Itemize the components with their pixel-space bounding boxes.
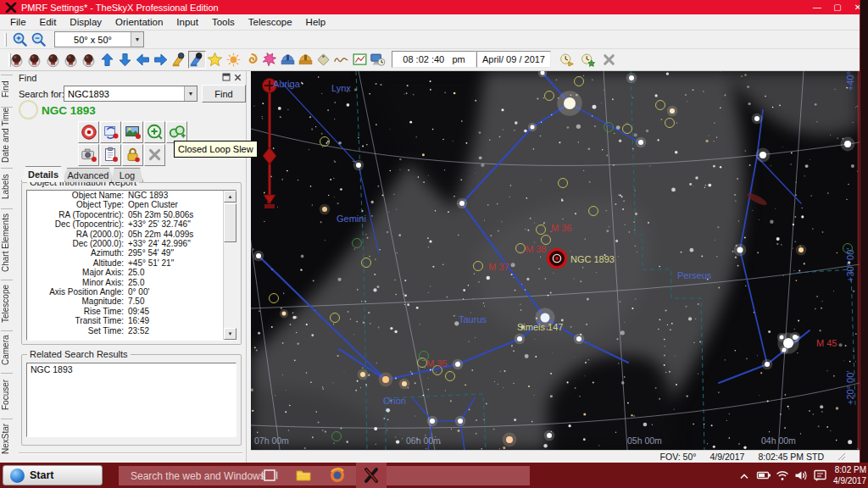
scrollbar-thumb[interactable] (224, 203, 236, 242)
scope-yellow-icon[interactable] (170, 51, 188, 69)
tab-advanced[interactable]: Advanced (62, 168, 114, 182)
swirl-icon[interactable] (242, 51, 260, 69)
squiggle-icon[interactable] (332, 51, 350, 69)
star-chart[interactable]: AurigaLynxGeminiPerseusTaurusOrionNGC 18… (251, 71, 860, 450)
taskbar-clock[interactable]: 8:02 PM 4/9/2017 (827, 464, 866, 486)
tag-icon[interactable] (314, 51, 332, 69)
menu-item-display[interactable]: Display (63, 15, 108, 29)
remove-button[interactable] (144, 144, 165, 166)
sidebar-tab-find[interactable]: Find (1, 75, 13, 103)
chevron-down-icon[interactable]: ▼ (131, 32, 143, 47)
zoom-out-button[interactable] (29, 31, 47, 48)
find-panel-header: Find (14, 71, 246, 84)
star-icon[interactable] (206, 51, 224, 69)
zoom-in-button[interactable] (10, 31, 29, 48)
dock-pin-icon[interactable] (222, 73, 231, 83)
photo-view-button[interactable] (122, 121, 143, 143)
sidebar-tab-focuser[interactable]: Focuser (1, 373, 13, 415)
chevron-down-icon[interactable]: ▼ (184, 86, 197, 101)
taskbar-search-placeholder: Search the web and Windows (131, 470, 265, 482)
theskyx-taskbar-icon[interactable] (356, 463, 387, 488)
take-photo-button[interactable] (78, 144, 99, 166)
sidebar-tab-nexstar[interactable]: NexStar (1, 419, 13, 458)
wifi-icon[interactable] (774, 468, 790, 484)
tab-log[interactable]: Log (111, 168, 143, 182)
chart-icon[interactable] (351, 51, 369, 69)
monitor-icon[interactable] (369, 51, 387, 69)
report-label: Object Name: (27, 191, 124, 200)
sidebar-tab-telescope[interactable]: Telescope (1, 280, 13, 327)
clock-date: 4/9/2017 (827, 475, 866, 486)
rotation-slider[interactable] (263, 79, 277, 209)
start-button[interactable]: Start (3, 465, 103, 485)
close-x-icon[interactable] (600, 51, 618, 69)
menu-item-edit[interactable]: Edit (33, 15, 64, 29)
maximize-button[interactable]: ▢ (827, 0, 848, 14)
add-list-button[interactable] (144, 121, 165, 143)
slew-target-button[interactable] (78, 121, 99, 143)
close-panel-icon[interactable] (234, 73, 242, 83)
tab-details[interactable]: Details (21, 166, 65, 182)
chart-label: NGC 1893 (570, 254, 615, 264)
sync-button[interactable] (100, 121, 121, 143)
arrow-up-icon[interactable] (98, 51, 116, 69)
find-button[interactable]: Find (202, 85, 246, 103)
joystick-icon[interactable] (44, 51, 62, 69)
fov-selector[interactable]: 50° x 50° ▼ (54, 31, 144, 47)
scroll-down-icon[interactable]: ▼ (224, 328, 236, 340)
date-field[interactable]: April/ 09 / 2017 (476, 51, 551, 68)
chevron-up-icon[interactable] (737, 468, 753, 484)
arrow-left-icon[interactable] (134, 51, 152, 69)
volume-icon[interactable] (793, 468, 809, 484)
menu-item-tools[interactable]: Tools (205, 15, 242, 29)
sidebar-tab-labels[interactable]: Labels (1, 168, 13, 205)
clock-add-icon[interactable] (579, 51, 597, 69)
battery-icon[interactable] (755, 468, 771, 484)
copy-report-button[interactable] (100, 144, 121, 166)
joystick-icon[interactable] (8, 51, 25, 69)
joystick-icon[interactable] (62, 51, 80, 69)
menu-item-file[interactable]: File (3, 15, 33, 29)
dome-orange-icon[interactable] (297, 51, 314, 69)
scroll-up-icon[interactable]: ▲ (224, 191, 236, 202)
firefox-taskbar-icon[interactable] (322, 463, 353, 488)
resize-grip-icon[interactable] (837, 452, 846, 461)
splash-icon[interactable] (260, 51, 278, 69)
clock-go-icon[interactable] (558, 51, 576, 69)
menu-item-help[interactable]: Help (299, 15, 333, 29)
related-results-listbox[interactable]: NGC 1893 (26, 363, 236, 437)
file-explorer-taskbar-icon[interactable] (288, 463, 319, 488)
related-results-title: Related Search Results (27, 349, 131, 359)
app-logo-icon (5, 3, 17, 13)
joystick-icon[interactable] (25, 51, 43, 69)
sidebar-tab-camera[interactable]: Camera (1, 330, 13, 369)
report-scrollbar[interactable]: ▲ ▼ (223, 191, 236, 340)
object-report-listbox[interactable]: Object Name:NGC 1893Object Type:Open Clu… (26, 190, 236, 341)
panel-divider (19, 452, 242, 454)
time-field[interactable]: 08 :02 :40 pm (392, 51, 476, 68)
task-view-taskbar-icon[interactable] (254, 463, 285, 488)
sun-icon[interactable] (225, 51, 242, 69)
lock-button[interactable] (122, 144, 143, 166)
chart-label: M 36 (551, 223, 571, 233)
report-row: Minor Axis:25.0 (27, 278, 236, 287)
search-input[interactable]: NGC1893 ▼ (64, 86, 198, 102)
target-marker[interactable] (548, 250, 566, 268)
menu-item-telescope[interactable]: Telescope (242, 15, 299, 29)
chart-status-bar: FOV: 50° 4/9/2017 8:02:45 PM STD (251, 450, 860, 463)
joystick-icon[interactable] (80, 51, 97, 69)
report-value: +33° 25' 32.746" (124, 219, 191, 229)
dome-blue-icon[interactable] (279, 51, 297, 69)
sidebar-tab-date-and-time[interactable]: Date and Time (1, 107, 13, 164)
find-panel: Find Search for: NGC1893 ▼ Find NGC 1893… (14, 71, 247, 463)
minimize-button[interactable]: — (807, 0, 827, 14)
menu-item-input[interactable]: Input (170, 15, 205, 29)
arrow-right-icon[interactable] (152, 51, 170, 69)
sidebar-tab-chart-elements[interactable]: Chart Elements (1, 208, 13, 276)
scope-blue-icon[interactable] (188, 51, 206, 69)
notification-icon[interactable] (811, 468, 827, 484)
toolbar-grip[interactable] (4, 33, 7, 47)
arrow-down-icon[interactable] (116, 51, 134, 69)
menu-item-orientation[interactable]: Orientation (108, 15, 170, 29)
related-result-item[interactable]: NGC 1893 (27, 363, 236, 375)
